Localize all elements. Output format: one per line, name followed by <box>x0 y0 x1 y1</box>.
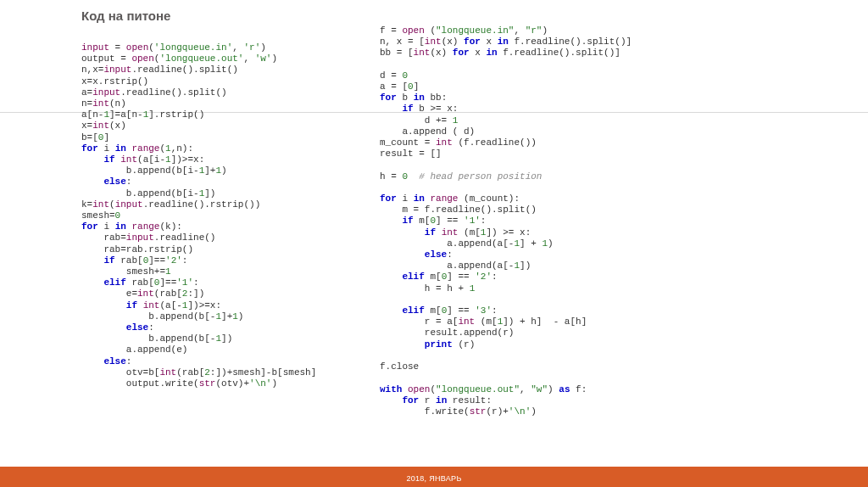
slide-title: Код на питоне <box>81 8 170 23</box>
code-block-left: input = open('longqueue.in', 'r') output… <box>81 42 316 389</box>
footer-bar: 2018, ЯНВАРЬ <box>0 467 868 487</box>
footer-text: 2018, ЯНВАРЬ <box>0 474 868 483</box>
code-block-right: f = open ("longqueue.in", "r") n, x = [i… <box>380 25 632 417</box>
slide: Код на питоне input = open('longqueue.in… <box>0 0 868 487</box>
